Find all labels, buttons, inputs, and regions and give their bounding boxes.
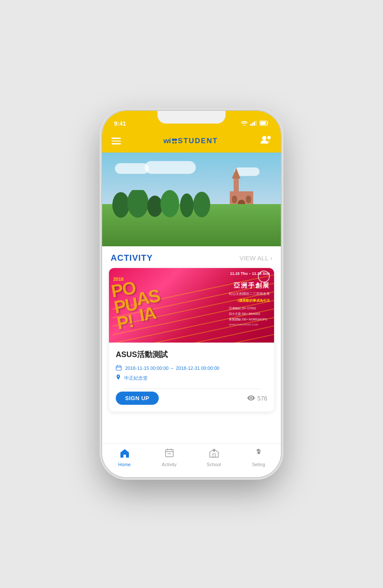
content-area: ACTIVITY VIEW ALL › — [102, 246, 281, 450]
wifi-icon — [241, 121, 248, 127]
logo-icon — [171, 138, 178, 144]
svg-rect-25 — [116, 366, 121, 370]
svg-point-21 — [147, 196, 163, 217]
svg-point-10 — [175, 142, 177, 144]
svg-point-19 — [112, 192, 129, 218]
svg-marker-13 — [232, 168, 240, 179]
banner-stat3: 客製體驗 200+ WORKSHOPS — [229, 317, 270, 322]
banner-stats: 亞洲鏈結 20+ CITIES 四大主題 300+ BRANDS 客製體驗 20… — [229, 306, 270, 327]
nav-item-home[interactable]: Home — [102, 448, 147, 467]
status-icons — [241, 121, 269, 127]
app-header: wi STUDENT — [102, 130, 281, 153]
activity-location-row: 中正紀念堂 — [116, 375, 267, 382]
nav-label-school: School — [207, 462, 221, 467]
activity-header: ACTIVITY VIEW ALL › — [102, 246, 281, 268]
activity-meta: 2018-11-15 00:00:00 ～ 2018-12-31 00:00:0… — [116, 365, 267, 382]
activity-actions: SIGN UP 576 — [116, 389, 267, 407]
eye-icon — [247, 395, 255, 402]
app-logo: wi STUDENT — [163, 137, 218, 145]
banner-stat2: 四大主題 300+ BRANDS — [229, 311, 270, 317]
activity-banner: 2018 PO PU P! AS IA — [109, 268, 274, 343]
phone-wrapper: 9:41 — [102, 111, 281, 477]
phone-frame: 9:41 — [102, 111, 281, 477]
signup-button[interactable]: SIGN UP — [116, 392, 159, 405]
nav-item-setting[interactable]: Seting — [236, 448, 281, 467]
activity-icon — [165, 448, 174, 460]
user-button[interactable] — [260, 135, 272, 147]
svg-point-8 — [172, 142, 174, 144]
battery-icon — [260, 121, 269, 127]
view-all-button[interactable]: VIEW ALL › — [240, 254, 272, 262]
notch — [157, 111, 226, 124]
svg-rect-26 — [166, 450, 173, 457]
svg-point-9 — [174, 138, 177, 141]
svg-rect-2 — [252, 123, 253, 126]
svg-point-24 — [193, 192, 210, 217]
svg-rect-4 — [255, 121, 257, 126]
banner-right-content: 11.15 Thu – 11.18 Sun 亞洲手創展 松山文創園區二三四號倉庫… — [229, 271, 270, 327]
banner-stat1: 亞洲鏈結 20+ CITIES — [229, 306, 270, 311]
nav-label-home: Home — [118, 462, 131, 467]
activity-section-title: ACTIVITY — [111, 253, 153, 263]
activity-location: 中正紀念堂 — [124, 375, 148, 381]
svg-point-23 — [180, 193, 194, 217]
trees-illustration — [106, 190, 267, 220]
svg-point-0 — [244, 125, 245, 126]
logo-wi-left: wi — [163, 137, 171, 145]
view-all-label: VIEW ALL — [240, 254, 269, 262]
cloud-2 — [145, 161, 196, 174]
nav-item-school[interactable]: School — [192, 448, 236, 467]
banner-chinese-title: 亞洲手創展 — [229, 282, 270, 290]
nav-label-activity: Activity — [162, 462, 177, 467]
school-icon — [209, 448, 219, 460]
activity-card[interactable]: 2018 PO PU P! AS IA — [109, 268, 274, 412]
banner-location-cn: 松山文創園區二三四號倉庫 — [229, 291, 270, 296]
svg-rect-6 — [260, 122, 266, 125]
signal-icon — [250, 121, 257, 127]
setting-icon — [254, 448, 263, 460]
bottom-navigation: Home Activity — [102, 444, 281, 477]
view-all-arrow: › — [270, 254, 272, 262]
svg-point-28 — [213, 450, 214, 452]
nav-item-activity[interactable]: Activity — [147, 448, 192, 467]
home-icon — [120, 448, 130, 460]
banner-hashtag: #讓喜歡的事成為生活 — [229, 299, 270, 303]
activity-info: ASUS活動測試 2018-11-15 — [109, 343, 274, 412]
svg-point-12 — [267, 136, 271, 139]
status-time: 9:41 — [114, 120, 126, 127]
svg-rect-27 — [213, 454, 215, 457]
view-count-number: 576 — [257, 395, 267, 402]
svg-point-22 — [160, 190, 179, 217]
svg-point-11 — [262, 136, 266, 140]
svg-point-20 — [127, 190, 149, 218]
location-icon — [116, 375, 121, 382]
svg-point-7 — [172, 138, 174, 141]
menu-button[interactable] — [111, 138, 121, 144]
svg-rect-3 — [254, 121, 255, 126]
cloud-1 — [115, 163, 149, 174]
view-count: 576 — [247, 395, 267, 402]
hero-image — [102, 153, 281, 246]
banner-website: WWW.POPUPASIA.COM — [229, 322, 270, 327]
activity-name: ASUS活動測試 — [116, 349, 267, 360]
activity-date: 2018-11-15 00:00:00 ～ 2018-12-31 00:00:0… — [125, 365, 219, 372]
nav-label-setting: Seting — [252, 462, 265, 467]
phone-screen: 9:41 — [102, 111, 281, 477]
svg-rect-1 — [250, 124, 252, 126]
banner-badge — [258, 271, 270, 282]
calendar-icon — [116, 365, 122, 372]
activity-date-row: 2018-11-15 00:00:00 ～ 2018-12-31 00:00:0… — [116, 365, 267, 372]
logo-student-text: STUDENT — [178, 137, 218, 145]
